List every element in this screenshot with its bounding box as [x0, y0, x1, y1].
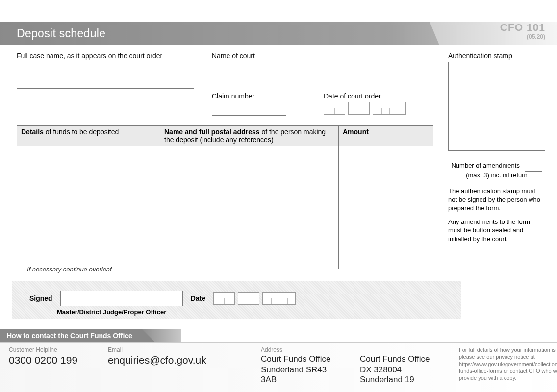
email-value: enquiries@cfo.gov.uk — [108, 354, 235, 366]
signature-strip: Signed Date Master/District Judge/Proper… — [0, 281, 461, 319]
table-cell-address[interactable] — [160, 146, 339, 269]
auth-note-2: Any amendments to the form must be butto… — [448, 218, 545, 244]
helpline-label: Customer Helpline — [9, 346, 82, 353]
table-cell-details[interactable] — [17, 146, 160, 269]
amendments-row: Number of amendments (max. 3) inc. nil r… — [448, 161, 545, 179]
page-title: Deposit schedule — [17, 27, 105, 40]
dx-line1: Court Funds Office — [360, 354, 433, 364]
case-name-input-1[interactable] — [17, 62, 194, 89]
sign-date-input[interactable] — [213, 292, 296, 305]
signed-input[interactable] — [60, 291, 183, 306]
table-cell-amount[interactable] — [339, 146, 433, 269]
auth-note-1: The authentication stamp must not be sig… — [448, 187, 545, 213]
contact-heading-bar: How to contact the Court Funds Office — [0, 329, 557, 342]
table-header-amount: Amount — [339, 126, 433, 146]
table-header-address: Name and full postal address of the pers… — [160, 126, 339, 146]
date-order-input[interactable] — [324, 102, 406, 115]
privacy-notice: For full details of how your information… — [459, 346, 557, 385]
sign-date-label: Date — [191, 294, 205, 302]
case-name-label: Full case name, as it appears on the cou… — [17, 52, 194, 60]
form-code-block: CFO 101 (05.20) — [500, 22, 545, 40]
contact-body: Customer Helpline 0300 0200 199 Email en… — [0, 342, 557, 392]
continue-overleaf-note: If necessary continue overleaf — [24, 266, 115, 273]
auth-stamp-box[interactable] — [448, 62, 545, 151]
date-order-label: Date of court order — [324, 92, 406, 100]
amendments-input[interactable] — [525, 161, 542, 172]
contact-heading: How to contact the Court Funds Office — [0, 329, 142, 342]
helpline-value: 0300 0200 199 — [9, 354, 82, 366]
address-line2: Sunderland SR43 3AB — [261, 365, 334, 385]
claim-input[interactable] — [212, 102, 286, 116]
address-line1: Court Funds Office — [261, 354, 334, 364]
case-name-input-2[interactable] — [17, 89, 194, 108]
signed-label: Signed — [29, 294, 52, 302]
form-revision: (05.20) — [500, 33, 545, 40]
dx-line2: DX 328004 Sunderland 19 — [360, 365, 433, 385]
auth-stamp-label: Authentication stamp — [448, 52, 545, 60]
form-code: CFO 101 — [500, 22, 545, 33]
address-label: Address — [261, 346, 334, 353]
header-bar: Deposit schedule CFO 101 (05.20) — [0, 22, 557, 45]
signed-subtitle: Master/District Judge/Proper Officer — [57, 308, 461, 316]
table-header-details: Details of funds to be deposited — [17, 126, 160, 146]
deposit-table: Details of funds to be deposited Name an… — [17, 125, 433, 269]
email-label: Email — [108, 346, 235, 353]
court-label: Name of court — [212, 52, 383, 60]
court-input[interactable] — [212, 62, 383, 87]
claim-label: Claim number — [212, 92, 286, 100]
